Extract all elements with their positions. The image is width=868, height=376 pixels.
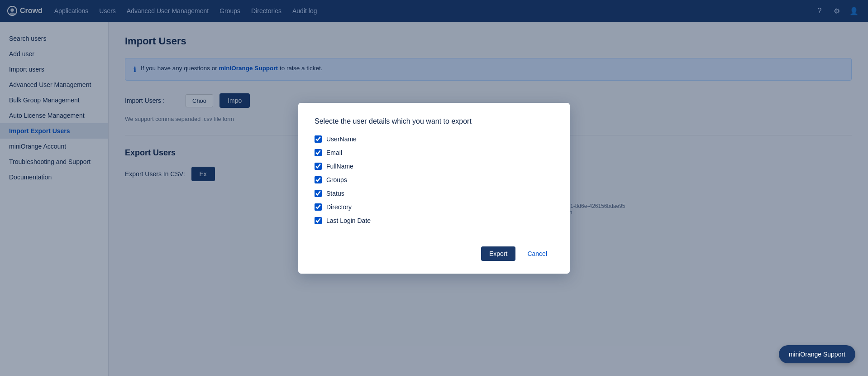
checkbox-row-groups: Groups <box>315 176 553 183</box>
checkbox-label-email[interactable]: Email <box>326 149 342 156</box>
checkbox-label-status[interactable]: Status <box>326 190 344 197</box>
checkbox-row-email: Email <box>315 149 553 156</box>
modal-export-button[interactable]: Export <box>481 246 515 261</box>
checkbox-row-fullname: FullName <box>315 163 553 170</box>
checkbox-last-login-date[interactable] <box>315 217 322 224</box>
checkbox-label-directory[interactable]: Directory <box>326 203 352 211</box>
modal-footer: Export Cancel <box>315 238 553 261</box>
floating-support-button[interactable]: miniOrange Support <box>779 345 855 363</box>
checkbox-row-username: UserName <box>315 135 553 143</box>
checkbox-label-last-login-date[interactable]: Last Login Date <box>326 217 371 224</box>
checkbox-row-last-login-date: Last Login Date <box>315 217 553 224</box>
checkbox-directory[interactable] <box>315 203 322 211</box>
checkbox-email[interactable] <box>315 149 322 156</box>
checkbox-row-status: Status <box>315 190 553 197</box>
checkbox-username[interactable] <box>315 135 322 143</box>
checkbox-row-directory: Directory <box>315 203 553 211</box>
modal-title: Selecte the user details which you want … <box>315 117 553 125</box>
checkbox-status[interactable] <box>315 190 322 197</box>
modal-cancel-button[interactable]: Cancel <box>521 246 553 261</box>
checkbox-label-username[interactable]: UserName <box>326 135 357 143</box>
export-modal: Selecte the user details which you want … <box>298 103 570 274</box>
checkbox-groups[interactable] <box>315 176 322 183</box>
checkbox-fullname[interactable] <box>315 163 322 170</box>
modal-overlay[interactable]: Selecte the user details which you want … <box>0 0 868 376</box>
checkbox-label-groups[interactable]: Groups <box>326 176 347 183</box>
checkbox-label-fullname[interactable]: FullName <box>326 163 353 170</box>
